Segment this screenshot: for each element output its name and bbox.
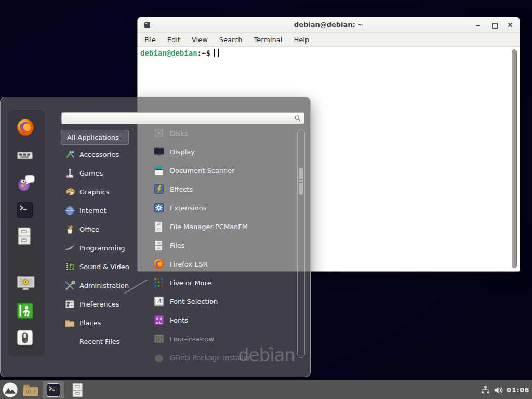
app-files[interactable]: Files [149,236,295,255]
menu-button[interactable] [2,381,19,398]
document-scanner-icon [153,165,165,177]
file-cabinet-icon [153,221,165,233]
fonts-icon: a a a ω [153,314,165,326]
favorite-firefox-button[interactable] [16,118,35,137]
keyboard-icon [16,147,34,164]
shutdown-button[interactable] [16,329,34,347]
menu-search-box [61,112,304,124]
pidgin-icon [16,172,36,192]
category-all-applications[interactable]: All Applications [61,130,129,145]
gdebi-icon [153,352,165,364]
category-sound-video[interactable]: Sound & Video [61,257,141,276]
graphics-icon [64,186,75,197]
category-administration[interactable]: Administration [61,276,141,295]
search-input[interactable] [64,114,288,123]
accessories-icon [64,149,75,160]
menu-edit[interactable]: Edit [167,36,180,44]
favorite-terminal-button[interactable] [16,201,34,219]
favorite-keyboard-button[interactable] [16,147,34,164]
category-accessories[interactable]: Accessories [61,145,141,164]
category-graphics[interactable]: Graphics [61,182,141,201]
prompt-user-host: debian@debian [140,49,197,57]
svg-text:a ω: a ω [155,320,162,325]
prompt-path: :~$ [197,49,210,57]
minimize-button[interactable] [475,22,481,28]
terminal-scrollbar-thumb[interactable] [512,49,517,268]
five-or-more-icon [153,277,165,289]
app-list-scrollbar-thumb[interactable] [299,168,303,195]
category-office[interactable]: Office [61,220,141,238]
lock-screen-button[interactable] [16,275,35,292]
search-caret [65,115,65,123]
four-in-a-row-icon [153,333,165,345]
taskbar-clock: 01:06 [507,386,529,394]
category-places[interactable]: Places [61,313,141,332]
taskbar-files-button[interactable] [69,381,86,398]
svg-text:A: A [156,298,161,305]
firefox-icon [16,118,35,137]
sound-video-icon [64,261,75,272]
effects-icon [153,183,165,195]
folder-icon: [D:] [22,383,39,397]
menu-file[interactable]: File [144,36,156,44]
app-gdebi-package-installer[interactable]: GDebi Package Installer [149,348,295,367]
app-fonts[interactable]: a a a ω Fonts [149,311,295,329]
close-button[interactable] [507,22,513,28]
favorite-files-button[interactable] [16,227,32,246]
app-file-manager-pcmanfm[interactable]: File Manager PCManFM [149,217,295,236]
terminal-menubar: File Edit View Search Terminal Help [138,33,520,47]
administration-icon [64,280,75,291]
menu-terminal[interactable]: Terminal [254,36,282,44]
app-font-selection[interactable]: A Font Selection [149,292,295,311]
app-document-scanner[interactable]: Document Scanner [149,161,295,180]
menu-help[interactable]: Help [294,36,309,44]
search-icon [294,115,301,122]
menu-view[interactable]: View [192,36,208,44]
display-icon [153,146,165,158]
font-selection-icon: A [153,296,165,308]
firefox-icon [153,258,165,270]
category-internet[interactable]: Internet [61,201,141,220]
volume-icon[interactable] [494,385,503,395]
app-list-scrollbar[interactable] [297,129,305,358]
network-icon[interactable] [481,385,490,394]
internet-icon [64,205,75,216]
terminal-scrollbar[interactable] [511,49,517,268]
file-cabinet-icon [71,382,84,398]
category-list: Accessories Games [61,145,141,351]
category-recent-files[interactable]: Recent Files [61,332,141,351]
application-list: Disks Display [149,124,295,367]
category-preferences[interactable]: Preferences [61,295,141,313]
taskbar-terminal-button-active[interactable] [43,381,64,398]
places-icon [64,317,75,328]
app-four-in-a-row[interactable]: Four-in-a-row [149,329,295,348]
app-disks[interactable]: Disks [149,124,295,142]
lock-screen-icon [16,275,35,292]
log-out-button[interactable] [16,302,34,320]
application-menu: All Applications Accessories [0,97,311,377]
disks-icon [153,127,165,139]
terminal-cursor [214,49,219,57]
category-programming[interactable]: Programming [61,238,141,257]
menu-button-icon [2,382,18,398]
terminal-icon [16,201,34,219]
taskbar: [D:] [0,380,532,399]
favorite-pidgin-button[interactable] [16,172,36,192]
preferences-icon [64,298,75,310]
games-icon [64,167,75,179]
file-cabinet-icon [153,240,165,251]
menu-search[interactable]: Search [219,36,243,44]
app-display[interactable]: Display [149,142,295,161]
app-effects[interactable]: Effects [149,180,295,198]
terminal-titlebar[interactable]: debian@debian: ~ [138,17,520,33]
app-firefox-esr[interactable]: Firefox ESR [149,255,295,273]
taskbar-file-manager-button[interactable]: [D:] [22,381,39,398]
terminal-prompt: debian@debian:~$ [140,49,219,57]
category-games[interactable]: Games [61,164,141,182]
maximize-button[interactable] [491,22,497,28]
extensions-icon [153,202,165,214]
terminal-window-icon [144,22,150,28]
app-extensions[interactable]: Extensions [149,198,295,217]
terminal-window-title: debian@debian: ~ [138,21,520,29]
app-five-or-more[interactable]: Five or More [149,273,295,292]
